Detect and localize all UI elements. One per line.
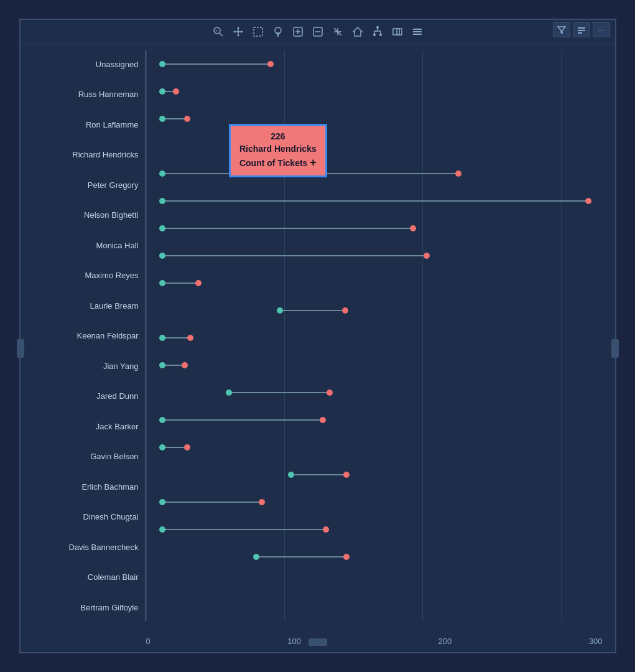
dot-teal [288, 472, 294, 478]
menu-icon[interactable] [410, 25, 424, 39]
y-label-unassigned: Unassigned [27, 50, 139, 78]
svg-rect-2 [578, 30, 585, 31]
select-rect-icon[interactable] [251, 25, 265, 39]
more-button[interactable]: ··· [593, 22, 610, 37]
zoom-icon[interactable]: + [211, 25, 225, 39]
dot-salmon [173, 88, 179, 95]
add-icon[interactable] [291, 25, 305, 39]
dot-teal [159, 116, 165, 122]
dot-teal [159, 526, 165, 533]
edit-button[interactable] [573, 22, 590, 37]
dot-salmon [327, 390, 333, 396]
dumbbell-line [162, 447, 187, 448]
scroll-handle-left[interactable] [17, 339, 24, 358]
y-label-dinesh-chugtai: Dinesh Chugtai [27, 503, 139, 531]
svg-point-29 [376, 26, 379, 29]
y-label-laurie-bream: Laurie Bream [27, 292, 139, 319]
dot-teal [253, 554, 259, 560]
dot-salmon [424, 253, 430, 259]
y-label-keenan-feldspar: Keenan Feldspar [27, 322, 139, 350]
pan-icon[interactable] [231, 25, 245, 39]
dumbbell-row-monica-hall [146, 215, 603, 242]
y-label-peter-gregory: Peter Gregory [27, 171, 139, 198]
dumbbell-line [162, 63, 270, 65]
dot-teal [159, 280, 165, 286]
svg-point-31 [379, 34, 382, 36]
resize-icon[interactable] [331, 25, 345, 39]
chart-area: UnassignedRuss HannemanRon LaflammeRicha… [21, 44, 615, 652]
filter-button[interactable] [553, 22, 570, 37]
y-label-ron-laflamme: Ron Laflamme [27, 111, 139, 138]
dumbbell-row-richard-hendricks [146, 133, 603, 160]
dumbbell-line [162, 228, 413, 229]
dumbbell-line [162, 173, 458, 174]
dumbbell-row-peter-gregory [146, 160, 603, 187]
dot-teal [159, 225, 165, 231]
dot-salmon [187, 335, 193, 341]
scroll-handle-right[interactable] [611, 339, 619, 358]
y-label-jack-barker: Jack Barker [27, 413, 139, 440]
y-label-russ-hanneman: Russ Hanneman [27, 81, 139, 108]
dot-salmon [455, 170, 461, 177]
x-tick-100: 100 [287, 637, 301, 646]
svg-marker-10 [237, 35, 239, 37]
dumbbell-line [280, 310, 345, 311]
y-label-erlich-bachman: Erlich Bachman [27, 473, 139, 500]
dot-teal [159, 198, 165, 204]
dumbbell-row-gavin-belson [146, 406, 603, 434]
annotate-icon[interactable] [271, 25, 285, 39]
dumbbell-row-bertram-gilfoyle [146, 543, 603, 571]
dumbbell-row-russ-hanneman [146, 78, 603, 105]
dumbbell-line [229, 392, 330, 393]
dot-salmon [184, 116, 190, 122]
dot-teal [159, 417, 165, 423]
dumbbell-row-erlich-bachman [146, 434, 603, 461]
dot-salmon [343, 472, 350, 478]
dumbbell-line [162, 282, 198, 284]
remove-icon[interactable] [311, 25, 325, 39]
dot-salmon [259, 499, 265, 505]
svg-marker-11 [233, 30, 235, 33]
y-label-coleman-blair: Coleman Blair [27, 564, 139, 591]
svg-line-5 [220, 33, 223, 36]
dumbbell-row-coleman-blair [146, 516, 603, 543]
y-label-richard-hendricks: Richard Hendricks [27, 141, 139, 169]
y-label-nelson-bighetti: Nelson Bighetti [27, 202, 139, 229]
dumbbell-row-nelson-bighetti [146, 187, 603, 215]
x-tick-200: 200 [438, 637, 452, 646]
y-label-jian-yang: Jian Yang [27, 352, 139, 380]
y-label-gavin-belson: Gavin Belson [27, 443, 139, 470]
dot-salmon [343, 554, 350, 560]
dumbbell-row-laurie-bream [146, 269, 603, 297]
svg-rect-13 [254, 27, 262, 36]
dot-salmon [195, 280, 202, 286]
svg-rect-1 [578, 27, 585, 29]
dumbbell-row-jared-dunn [146, 352, 603, 379]
dumbbell-line [162, 200, 588, 202]
x-tick-300: 300 [589, 637, 603, 646]
toolbar: + [21, 20, 615, 44]
tree-icon[interactable] [371, 25, 384, 39]
dot-teal [277, 307, 283, 314]
shape-icon[interactable] [391, 25, 404, 39]
dot-salmon [184, 444, 190, 450]
home-icon[interactable] [351, 25, 364, 39]
dumbbell-line [162, 255, 427, 256]
dot-salmon [410, 225, 416, 231]
dumbbell-line [162, 529, 325, 530]
svg-marker-9 [237, 27, 239, 29]
dumbbell-row-dinesh-chugtai [146, 461, 603, 488]
dot-salmon [585, 198, 591, 204]
corner-buttons: ··· [553, 22, 610, 37]
dumbbell-row-unassigned [146, 50, 603, 78]
svg-marker-15 [277, 33, 279, 36]
y-axis-labels: UnassignedRuss HannemanRon LaflammeRicha… [27, 50, 145, 621]
chart-container: ··· + [19, 19, 616, 653]
y-label-maximo-reyes: Maximo Reyes [27, 262, 139, 289]
dot-teal [159, 444, 165, 450]
dumbbell-row-ron-laflamme [146, 105, 603, 133]
dumbbell-line [291, 474, 346, 475]
y-label-jared-dunn: Jared Dunn [27, 383, 139, 410]
y-label-davis-bannercheck: Davis Bannercheck [27, 533, 139, 561]
dumbbell-row-jack-barker [146, 379, 603, 406]
